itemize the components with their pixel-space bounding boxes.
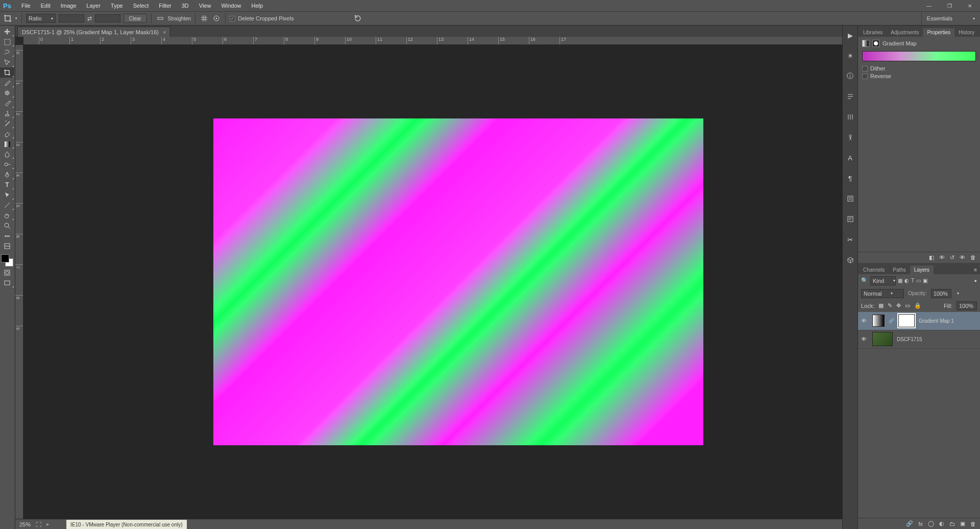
shape-tool[interactable] xyxy=(0,200,14,210)
layer-mask-icon[interactable]: ◯ xyxy=(928,520,934,527)
delete-cropped-checkbox[interactable]: ✓Delete Cropped Pixels xyxy=(230,15,293,21)
filter-shape-icon[interactable]: ▭ xyxy=(916,278,921,283)
filter-smart-icon[interactable]: ▣ xyxy=(923,278,927,283)
link-layers-icon[interactable]: 🔗 xyxy=(906,520,913,527)
gradient-preview[interactable]: ▾ xyxy=(862,51,976,61)
visibility-toggle[interactable]: 👁 xyxy=(861,318,868,324)
move-tool[interactable] xyxy=(0,27,14,37)
menu-file[interactable]: File xyxy=(16,1,36,10)
marquee-tool[interactable] xyxy=(0,37,14,47)
hand-tool[interactable] xyxy=(0,210,14,221)
color-swatches[interactable] xyxy=(0,253,14,268)
chevron-down-icon[interactable]: ▾ xyxy=(15,16,17,20)
menu-edit[interactable]: Edit xyxy=(36,1,56,10)
gradient-tool[interactable] xyxy=(0,139,14,149)
lock-all-icon[interactable]: 🔒 xyxy=(914,302,921,309)
ratio-height-input[interactable] xyxy=(95,14,120,22)
straighten-label[interactable]: Straighten xyxy=(168,16,191,21)
swap-icon[interactable]: ⇄ xyxy=(87,15,92,22)
ruler-horizontal[interactable]: 01234567891011121314151617 xyxy=(23,37,842,45)
eyedropper-tool[interactable] xyxy=(0,78,14,88)
menu-filter[interactable]: Filter xyxy=(154,1,176,10)
tab-libraries[interactable]: Libraries xyxy=(859,28,887,37)
more-tools[interactable]: ••• xyxy=(0,231,14,241)
opacity-input[interactable]: 100%▾ xyxy=(931,289,951,298)
zoom-level[interactable]: 25% xyxy=(19,521,31,527)
window-close[interactable]: ✕ xyxy=(960,0,980,11)
menu-type[interactable]: Type xyxy=(106,1,128,10)
search-icon[interactable]: 🔍 xyxy=(861,277,868,284)
notes-icon[interactable] xyxy=(846,194,855,203)
quick-select-tool[interactable] xyxy=(0,57,14,67)
tab-paths[interactable]: Paths xyxy=(889,266,910,274)
crop-tool[interactable] xyxy=(0,67,14,78)
character-icon[interactable]: A xyxy=(846,153,855,162)
tab-history[interactable]: History xyxy=(954,28,978,37)
layer-name[interactable]: DSCF1715 xyxy=(897,336,922,342)
filter-type-icon[interactable]: T xyxy=(911,278,914,283)
tab-adjustments[interactable]: Adjustments xyxy=(887,28,923,37)
menu-view[interactable]: View xyxy=(194,1,216,10)
layer-row[interactable]: 👁 🔗 Gradient Map 1 xyxy=(858,312,980,330)
type-tool[interactable]: T xyxy=(0,180,14,190)
blur-tool[interactable] xyxy=(0,149,14,159)
close-tab-icon[interactable]: × xyxy=(163,29,166,35)
delete-layer-icon[interactable]: 🗑 xyxy=(970,521,976,527)
menu-help[interactable]: Help xyxy=(247,1,268,10)
tab-layers[interactable]: Layers xyxy=(910,266,934,274)
link-icon[interactable]: 🔗 xyxy=(889,318,894,323)
toggle-visibility-icon[interactable]: 👁 xyxy=(960,254,965,260)
tab-channels[interactable]: Channels xyxy=(859,266,889,274)
mask-thumbnail[interactable] xyxy=(898,314,915,327)
eraser-tool[interactable] xyxy=(0,129,14,139)
reset-icon[interactable] xyxy=(353,14,362,23)
paragraph-icon[interactable]: ¶ xyxy=(846,174,855,183)
lock-transparent-icon[interactable]: ▦ xyxy=(878,302,884,309)
new-layer-icon[interactable]: ▣ xyxy=(960,520,965,527)
layer-thumbnail[interactable] xyxy=(872,332,893,346)
distribute-icon[interactable] xyxy=(846,112,855,122)
menu-layer[interactable]: Layer xyxy=(81,1,106,10)
canvas[interactable] xyxy=(23,45,842,519)
crop-options-icon[interactable] xyxy=(212,14,221,23)
clear-button[interactable]: Clear xyxy=(124,14,147,23)
ruler-vertical[interactable]: 0123456789 xyxy=(15,45,23,519)
clone-stamp-tool[interactable] xyxy=(0,108,14,118)
crop-tool-icon[interactable] xyxy=(3,14,12,23)
dodge-tool[interactable] xyxy=(0,159,14,170)
ratio-dropdown[interactable]: Ratio▾ xyxy=(26,14,56,23)
layer-row[interactable]: 👁 DSCF1715 xyxy=(858,330,980,349)
brightness-icon[interactable]: ☀ xyxy=(846,51,855,60)
layer-style-icon[interactable]: fx xyxy=(918,521,923,527)
window-maximize[interactable]: ❐ xyxy=(939,0,960,11)
panel-menu-icon[interactable]: ≡ xyxy=(971,266,980,274)
filter-kind-dropdown[interactable]: Kind▾ xyxy=(870,276,896,285)
foreground-color[interactable] xyxy=(1,254,9,262)
spot-heal-tool[interactable] xyxy=(0,88,14,98)
workspace-switcher[interactable]: Essentials▾ xyxy=(921,12,980,25)
info-icon[interactable]: ⓘ xyxy=(846,71,855,81)
cube-icon[interactable] xyxy=(846,255,855,264)
group-icon[interactable]: 🗀 xyxy=(949,521,955,527)
layer-name[interactable]: Gradient Map 1 xyxy=(919,318,954,324)
pen-tool[interactable] xyxy=(0,170,14,180)
quick-mask-toggle[interactable] xyxy=(0,268,14,278)
reverse-checkbox[interactable]: Reverse xyxy=(862,73,976,79)
align-icon[interactable] xyxy=(846,92,855,101)
history-brush-tool[interactable] xyxy=(0,118,14,129)
lasso-tool[interactable] xyxy=(0,47,14,57)
delete-adjustment-icon[interactable]: 🗑 xyxy=(970,254,976,260)
clone-src-icon[interactable] xyxy=(846,214,855,224)
pose-icon[interactable] xyxy=(846,133,855,142)
scissors-icon[interactable]: ✂ xyxy=(846,235,855,244)
brush-tool[interactable] xyxy=(0,98,14,108)
clip-icon[interactable]: ◧ xyxy=(929,254,934,261)
filter-adjust-icon[interactable]: ◐ xyxy=(904,278,909,283)
lock-artboard-icon[interactable]: ▭ xyxy=(905,302,910,309)
fill-input[interactable]: 100%▾ xyxy=(957,301,977,310)
lock-position-icon[interactable]: ✥ xyxy=(896,302,901,309)
menu-image[interactable]: Image xyxy=(56,1,82,10)
tab-properties[interactable]: Properties xyxy=(923,28,954,37)
adjustment-layer-icon[interactable]: ◐ xyxy=(939,520,944,527)
document-image[interactable] xyxy=(213,118,703,445)
